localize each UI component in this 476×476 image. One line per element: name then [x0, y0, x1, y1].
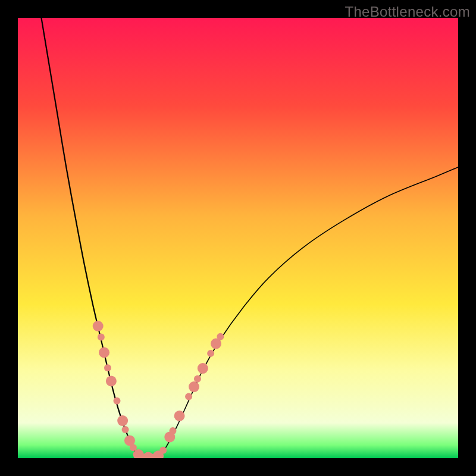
- plot-area: [18, 18, 458, 458]
- data-point: [194, 375, 201, 383]
- data-point: [198, 363, 208, 374]
- data-point: [169, 427, 176, 434]
- chart-svg: [18, 18, 458, 458]
- data-point: [207, 350, 214, 357]
- data-point: [217, 333, 224, 340]
- data-point: [189, 381, 199, 392]
- data-point: [106, 376, 117, 387]
- data-point: [99, 347, 109, 358]
- data-point: [98, 334, 105, 341]
- gradient-background: [18, 18, 458, 458]
- data-point: [104, 364, 111, 371]
- data-point: [93, 321, 104, 331]
- data-point: [185, 393, 192, 400]
- data-point: [122, 426, 129, 433]
- data-point: [114, 397, 121, 405]
- data-point: [174, 411, 185, 421]
- data-point: [117, 415, 128, 426]
- data-point: [159, 447, 167, 454]
- chart-container: TheBottleneck.com: [0, 0, 476, 476]
